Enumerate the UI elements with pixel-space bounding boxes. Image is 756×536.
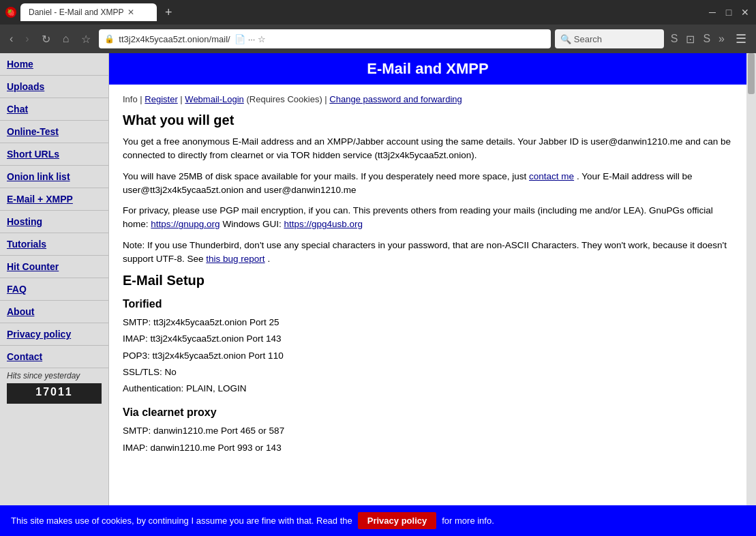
home-button[interactable]: ⌂ <box>59 30 74 48</box>
hamburger-menu[interactable]: ☰ <box>731 30 751 48</box>
cookie-text-after: for more info. <box>442 516 494 526</box>
contact-me-link[interactable]: contact me <box>529 171 574 181</box>
close-window-button[interactable]: ✕ <box>740 7 751 18</box>
sidebar-item-chat[interactable]: Chat <box>0 98 108 121</box>
sidebar-item-online-test[interactable]: Online-Test <box>0 121 108 143</box>
search-icon: 🔍 <box>560 34 571 44</box>
paragraph4: Note: If you use Thunderbird, don't use … <box>123 239 733 267</box>
privacy-policy-button[interactable]: Privacy policy <box>358 512 436 529</box>
pop3-tor: POP3: tt3j2x4k5ycaa5zt.onion Port 110 <box>123 348 733 364</box>
gpg4usb-link[interactable]: https://gpg4usb.org <box>284 219 363 229</box>
back-button[interactable]: ‹ <box>5 30 17 48</box>
s-icon[interactable]: S <box>700 31 713 46</box>
browser-tab[interactable]: Daniel - E-Mail and XMPP ✕ <box>20 3 157 21</box>
tab-title: Daniel - E-Mail and XMPP <box>29 8 123 17</box>
sidebar-item-uploads[interactable]: Uploads <box>0 76 108 98</box>
extend-icon[interactable]: » <box>716 31 727 46</box>
window-controls: ─ □ ✕ <box>707 7 751 18</box>
sidebar-item-hosting[interactable]: Hosting <box>0 211 108 233</box>
section1-title: What you will get <box>123 113 733 128</box>
address-bar-right: 📄 ··· ☆ <box>235 34 267 44</box>
tab-close-button[interactable]: ✕ <box>127 8 134 17</box>
toolbar-icons: S ⊡ S » <box>668 31 727 47</box>
smtp-tor: SMTP: tt3j2x4k5ycaa5zt.onion Port 25 <box>123 314 733 331</box>
paragraph1: You get a free anonymous E-Mail address … <box>123 135 733 163</box>
more-icon[interactable]: ··· <box>248 34 256 44</box>
minimize-button[interactable]: ─ <box>707 7 718 18</box>
search-bar[interactable]: 🔍 Search <box>555 29 664 48</box>
section2-title: E-Mail Setup <box>123 273 733 288</box>
sidebar-item-onion-link-list[interactable]: Onion link list <box>0 166 108 188</box>
bug-report-link[interactable]: this bug report <box>206 254 264 264</box>
sidebar-item-email-xmpp[interactable]: E-Mail + XMPP <box>0 188 108 211</box>
sync-icon[interactable]: ⊡ <box>683 31 697 47</box>
reload-button[interactable]: ↻ <box>37 30 55 48</box>
breadcrumb: Info | Register | Webmail-Login (Require… <box>123 94 733 104</box>
sidebar: Home Uploads Chat Online-Test Short URLs… <box>0 53 109 505</box>
breadcrumb-change-password[interactable]: Change password and forwarding <box>329 94 462 104</box>
ssl-tor: SSL/TLS: No <box>123 364 733 381</box>
address-bar[interactable]: 🔒 tt3j2x4k5ycaa5zt.onion/mail/ 📄 ··· ☆ <box>99 29 550 48</box>
browser-titlebar: 🍓 Daniel - E-Mail and XMPP ✕ + ─ □ ✕ <box>0 0 756 25</box>
breadcrumb-register[interactable]: Register <box>145 94 177 104</box>
sidebar-item-about[interactable]: About <box>0 301 108 323</box>
auth-tor: Authentication: PLAIN, LOGIN <box>123 381 733 397</box>
smtp-clear: SMTP: danwin1210.me Port 465 or 587 <box>123 423 733 439</box>
new-tab-button[interactable]: + <box>161 5 177 20</box>
clearnet-server-info: SMTP: danwin1210.me Port 465 or 587 IMAP… <box>123 423 733 456</box>
subsection-clearnet: Via clearnet proxy <box>123 406 733 419</box>
page-wrapper: Home Uploads Chat Online-Test Short URLs… <box>0 53 756 505</box>
page-header: E-Mail and XMPP <box>109 53 746 85</box>
scrollbar-thumb[interactable] <box>748 53 755 94</box>
bookmark-button[interactable]: ☆ <box>77 30 95 48</box>
sidebar-item-home[interactable]: Home <box>0 53 108 76</box>
requires-cookies-label: (Requires Cookies) <box>246 94 322 104</box>
sidebar-item-privacy-policy[interactable]: Privacy policy <box>0 323 108 346</box>
address-text: tt3j2x4k5ycaa5zt.onion/mail/ <box>119 34 230 44</box>
breadcrumb-info: Info <box>123 94 138 104</box>
subsection-torified: Torified <box>123 298 733 310</box>
cookie-text-before: This site makes use of cookies, by conti… <box>11 516 352 526</box>
sidebar-item-hit-counter[interactable]: Hit Counter <box>0 256 108 278</box>
lock-icon: 🔒 <box>104 34 115 44</box>
sidebar-item-faq[interactable]: FAQ <box>0 278 108 301</box>
maximize-button[interactable]: □ <box>723 7 734 18</box>
hits-since-yesterday-label: Hits since yesterday <box>0 368 108 383</box>
paragraph3: For privacy, please use PGP mail encrypt… <box>123 204 733 232</box>
torified-server-info: SMTP: tt3j2x4k5ycaa5zt.onion Port 25 IMA… <box>123 314 733 397</box>
star-icon[interactable]: ☆ <box>258 34 266 44</box>
imap-clear: IMAP: danwin1210.me Port 993 or 143 <box>123 440 733 456</box>
main-content: E-Mail and XMPP Info | Register | Webmai… <box>109 53 746 505</box>
paragraph2: You will have 25MB of disk space availab… <box>123 170 733 198</box>
skype-icon[interactable]: S <box>668 31 681 46</box>
browser-navbar: ‹ › ↻ ⌂ ☆ 🔒 tt3j2x4k5ycaa5zt.onion/mail/… <box>0 25 756 53</box>
search-placeholder: Search <box>574 34 602 44</box>
forward-button[interactable]: › <box>21 30 33 48</box>
cookie-bar: This site makes use of cookies, by conti… <box>0 505 756 536</box>
scrollbar[interactable] <box>746 53 756 505</box>
hits-count: 17011 <box>7 383 102 404</box>
sidebar-item-short-urls[interactable]: Short URLs <box>0 143 108 166</box>
page-icon: 📄 <box>235 34 245 44</box>
breadcrumb-webmail-login[interactable]: Webmail-Login <box>185 94 243 104</box>
gnupg-link[interactable]: https://gnupg.org <box>151 219 220 229</box>
browser-favicon: 🍓 <box>5 7 16 18</box>
imap-tor: IMAP: tt3j2x4k5ycaa5zt.onion Port 143 <box>123 331 733 347</box>
sidebar-item-tutorials[interactable]: Tutorials <box>0 233 108 256</box>
sidebar-item-contact[interactable]: Contact <box>0 346 108 368</box>
